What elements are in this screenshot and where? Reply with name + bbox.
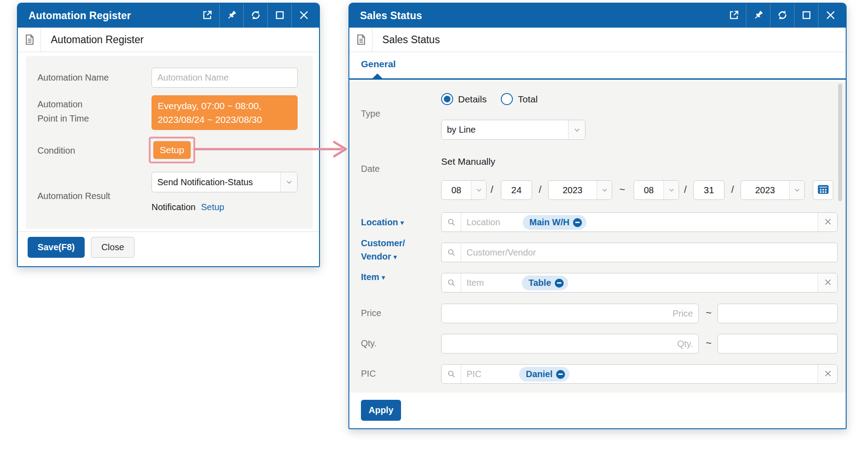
remove-chip-icon[interactable] [556, 370, 565, 379]
chevron-down-icon [789, 181, 804, 199]
close-button[interactable] [818, 4, 842, 28]
date-mode-text: Set Manually [441, 156, 495, 167]
screen: Automation Register [0, 0, 868, 451]
pic-label: PIC [361, 366, 376, 381]
dialog-footer: Apply [349, 393, 846, 428]
page-title: Automation Register [41, 28, 143, 52]
maximize-button[interactable] [794, 4, 818, 28]
maximize-button[interactable] [267, 4, 291, 28]
close-button[interactable] [291, 4, 315, 28]
sales-status-dialog: Sales Status [348, 3, 847, 429]
pin-button[interactable] [219, 4, 243, 28]
radio-details-label[interactable]: Details [458, 94, 487, 105]
price-label: Price [361, 306, 381, 320]
open-in-new-window-icon [201, 9, 213, 22]
from-day-input[interactable]: 24 [501, 180, 532, 200]
qty-to-input[interactable] [717, 334, 838, 353]
notification-setup-link[interactable]: Setup [201, 202, 224, 212]
calendar-button[interactable] [813, 180, 833, 200]
item-placeholder: Item [461, 278, 484, 288]
maximize-icon [801, 10, 812, 22]
location-input[interactable]: Location Main W/H [441, 212, 838, 232]
caret-down-icon: ▾ [401, 219, 404, 226]
automation-name-placeholder: Automation Name [157, 73, 229, 83]
save-button[interactable]: Save(F8) [28, 237, 85, 258]
document-icon [18, 28, 41, 52]
automation-name-input[interactable]: Automation Name [151, 68, 298, 88]
type-dropdown[interactable]: by Line [441, 120, 585, 140]
filter-form: Type Details Total by Line Date Set Manu… [349, 81, 846, 394]
chevron-down-icon [597, 181, 612, 199]
page-header: Automation Register [18, 28, 319, 52]
condition-label: Condition [37, 143, 75, 158]
dialog-title: Automation Register [29, 10, 131, 22]
date-label: Date [361, 162, 380, 176]
type-label: Type [361, 106, 380, 121]
location-label[interactable]: Location ▾ [361, 215, 404, 229]
price-to-input[interactable] [717, 304, 838, 323]
notification-row: Notification Setup [151, 202, 224, 212]
radio-total[interactable] [501, 93, 513, 105]
clear-pic-button[interactable] [818, 365, 837, 383]
qty-placeholder: Qty. [677, 339, 693, 349]
refresh-button[interactable] [243, 4, 267, 28]
location-placeholder: Location [461, 217, 500, 228]
date-slash: / [539, 184, 541, 195]
setup-to-dialog-arrow [192, 140, 349, 158]
date-slash: / [684, 184, 687, 195]
pic-input[interactable]: PIC Daniel [441, 364, 838, 384]
tab-general[interactable]: General [361, 59, 396, 69]
clear-icon [823, 278, 832, 288]
refresh-button[interactable] [770, 4, 794, 28]
maximize-icon [274, 10, 285, 22]
price-from-input[interactable]: Price [441, 304, 699, 323]
open-in-new-window-icon [728, 9, 740, 22]
item-input[interactable]: Item Table [441, 273, 838, 293]
radio-total-label[interactable]: Total [518, 94, 537, 105]
item-label[interactable]: Item ▾ [361, 270, 385, 284]
apply-button[interactable]: Apply [361, 400, 401, 421]
to-year-select[interactable]: 2023 [741, 180, 805, 200]
search-icon [442, 273, 461, 292]
chevron-down-icon [663, 181, 679, 199]
vertical-scrollbar[interactable] [838, 84, 842, 201]
price-range-tilde: ~ [706, 307, 712, 319]
date-slash: / [731, 184, 734, 195]
page-title: Sales Status [373, 28, 440, 52]
clear-location-button[interactable] [818, 213, 837, 232]
date-range-tilde: ~ [619, 184, 625, 195]
location-chip: Main W/H [523, 215, 586, 230]
pin-button[interactable] [746, 4, 770, 28]
condition-setup-highlight: Setup [149, 137, 195, 163]
pin-icon [226, 9, 237, 22]
pic-placeholder: PIC [461, 369, 481, 379]
automation-result-label: Automation Result [37, 189, 110, 203]
open-in-new-window-button[interactable] [722, 4, 746, 28]
automation-result-dropdown[interactable]: Send Notification-Status [151, 172, 298, 192]
close-button-footer[interactable]: Close [91, 237, 135, 258]
from-month-select[interactable]: 08 [441, 180, 487, 200]
automation-result-dropdown-value: Send Notification-Status [152, 172, 280, 192]
active-tab-caret [373, 73, 382, 78]
point-in-time-label: Automation Point in Time [37, 97, 89, 126]
to-day-input[interactable]: 31 [693, 180, 725, 200]
clear-item-button[interactable] [818, 273, 837, 292]
open-in-new-window-button[interactable] [195, 4, 219, 28]
remove-chip-icon[interactable] [555, 279, 564, 288]
calendar-icon [817, 184, 829, 196]
customer-vendor-input[interactable]: Customer/Vendor [441, 243, 838, 262]
point-in-time-value: Everyday, 07:00 ~ 08:00, 2023/08/24 ~ 20… [151, 95, 298, 130]
condition-setup-button[interactable]: Setup [153, 141, 191, 159]
refresh-icon [777, 9, 788, 22]
customer-vendor-label[interactable]: Customer/ Vendor ▾ [361, 236, 405, 264]
radio-details[interactable] [441, 93, 453, 105]
remove-chip-icon[interactable] [573, 218, 582, 227]
to-month-select[interactable]: 08 [634, 180, 679, 200]
from-year-select[interactable]: 2023 [548, 180, 612, 200]
automation-register-titlebar: Automation Register [18, 4, 319, 28]
item-chip: Table [522, 276, 568, 290]
qty-label: Qty. [361, 336, 377, 350]
chevron-down-icon [568, 120, 585, 139]
qty-from-input[interactable]: Qty. [441, 334, 699, 353]
automation-register-dialog: Automation Register [17, 3, 320, 267]
